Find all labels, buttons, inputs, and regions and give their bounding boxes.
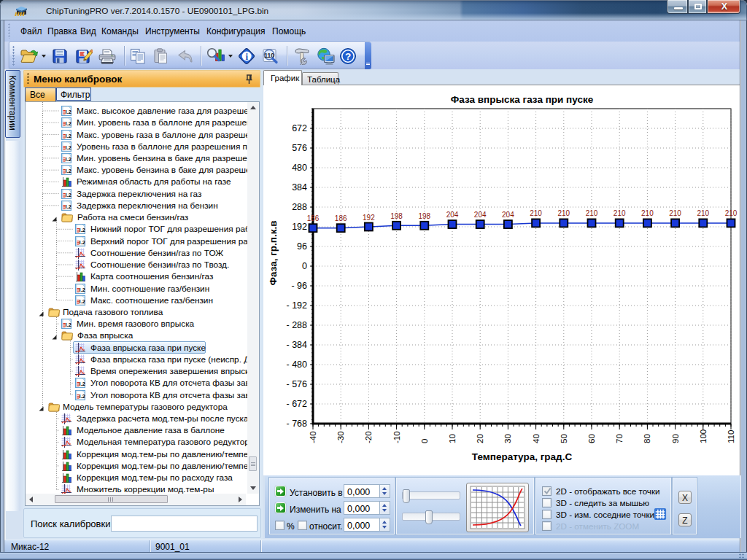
svg-text:30: 30: [503, 434, 512, 443]
svg-text:210: 210: [530, 209, 542, 217]
svg-text:I.2: I.2: [80, 228, 85, 234]
svg-text:90: 90: [671, 434, 680, 443]
svg-text:- 672: - 672: [287, 399, 308, 409]
svg-text:I.2: I.2: [66, 109, 71, 115]
svg-text:192: 192: [363, 214, 375, 222]
svg-text:- 192: - 192: [287, 300, 308, 311]
svg-text:i: i: [245, 51, 248, 62]
svg-text:110: 110: [727, 430, 735, 443]
svg-text:672: 672: [292, 123, 307, 133]
svg-text:-10: -10: [392, 431, 401, 443]
svg-text:- 576: - 576: [287, 379, 308, 389]
svg-text:210: 210: [557, 209, 570, 217]
svg-text:288: 288: [292, 202, 307, 212]
svg-text:210: 210: [641, 209, 654, 217]
svg-text:I.2: I.2: [80, 393, 85, 400]
svg-text:186: 186: [335, 214, 347, 222]
svg-text:I.2: I.2: [80, 239, 85, 246]
svg-text:- 96: - 96: [291, 281, 307, 291]
svg-text:480: 480: [292, 163, 307, 173]
svg-text:I.2: I.2: [66, 192, 71, 198]
svg-text:384: 384: [292, 182, 307, 192]
svg-text:210: 210: [697, 209, 709, 217]
svg-text:210: 210: [614, 209, 626, 217]
svg-text:80: 80: [643, 434, 651, 443]
svg-text:20: 20: [476, 434, 484, 443]
svg-text:I.2: I.2: [66, 133, 71, 139]
svg-text:576: 576: [292, 143, 307, 153]
svg-text:70: 70: [615, 434, 624, 443]
svg-text:100: 100: [699, 429, 708, 443]
svg-text:Фаза впрыска газа при пуске: Фаза впрыска газа при пуске: [451, 94, 594, 105]
svg-text:?: ?: [345, 51, 351, 62]
svg-text:I.2: I.2: [66, 144, 71, 151]
svg-text:I.2: I.2: [66, 322, 71, 328]
svg-text:Фаза, гр.п.к.в: Фаза, гр.п.к.в: [268, 220, 279, 285]
svg-text:204: 204: [502, 211, 514, 219]
svg-text:50: 50: [560, 434, 568, 443]
svg-text:I.2: I.2: [66, 168, 71, 174]
svg-text:60: 60: [587, 434, 596, 443]
svg-text:I.2: I.2: [80, 287, 85, 293]
svg-text:10: 10: [448, 434, 457, 443]
svg-text:I.2: I.2: [80, 298, 85, 305]
svg-text:210: 210: [725, 209, 738, 217]
svg-text:204: 204: [474, 211, 487, 219]
svg-text:198: 198: [390, 212, 403, 220]
svg-text:- 480: - 480: [287, 359, 308, 370]
svg-text:0: 0: [420, 439, 429, 443]
svg-text:186: 186: [307, 214, 320, 222]
svg-text:I.2: I.2: [66, 156, 71, 163]
svg-text:96: 96: [297, 241, 307, 252]
svg-text:I.2: I.2: [66, 203, 71, 210]
svg-text:- 288: - 288: [287, 320, 308, 330]
svg-text:-40: -40: [309, 431, 317, 443]
svg-text:40: 40: [532, 434, 541, 443]
svg-text:204: 204: [446, 211, 459, 219]
svg-text:- 384: - 384: [287, 340, 308, 350]
svg-text:- 768: - 768: [287, 419, 308, 429]
svg-text:0: 0: [302, 261, 307, 271]
svg-text:I.2: I.2: [80, 381, 85, 388]
svg-text:198: 198: [418, 212, 430, 220]
svg-text:-20: -20: [364, 431, 373, 443]
svg-text:210: 210: [586, 209, 598, 217]
svg-text:192: 192: [292, 222, 307, 232]
svg-text:210: 210: [669, 209, 681, 217]
svg-text:-30: -30: [336, 431, 345, 443]
svg-text:Температура, град.С: Температура, град.С: [472, 451, 573, 462]
svg-text:I.2: I.2: [66, 120, 71, 127]
